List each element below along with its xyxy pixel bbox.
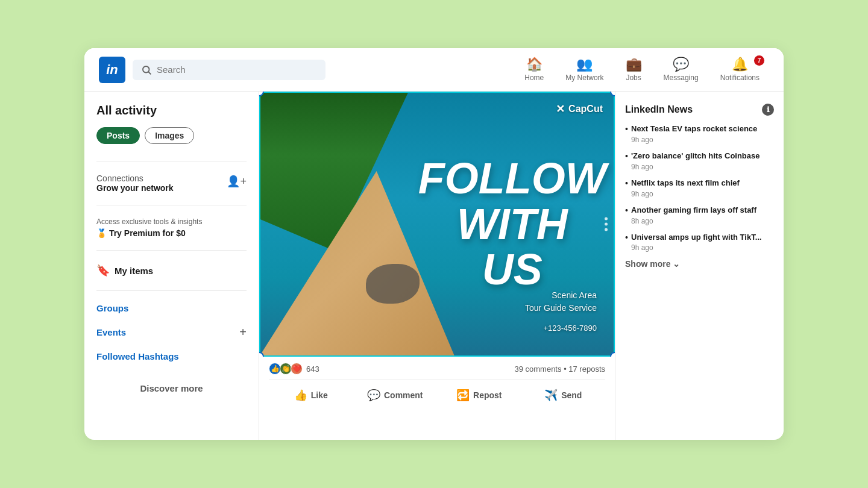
like-button[interactable]: 👍 Like	[269, 383, 353, 408]
heart-reaction: ❤️	[291, 363, 303, 375]
news-item-3-title[interactable]: Netflix taps its next film chief	[631, 178, 774, 189]
nav-item-jobs[interactable]: 💼 Jobs	[616, 53, 652, 87]
comment-icon: 💬	[367, 389, 380, 402]
nav-item-messaging[interactable]: 💬 Messaging	[654, 53, 708, 87]
linkedin-window: in 🏠 Home 👥 My Network 💼 Jobs 💬 M	[84, 48, 784, 440]
post-card: ✕ CapCut FOLLOW WITH US Scenic Area Tour…	[259, 92, 615, 410]
connections-label: Connections	[96, 174, 174, 183]
reposts-count: 17 reposts	[568, 364, 605, 374]
my-items-row[interactable]: 🔖 My items	[96, 258, 247, 283]
chevron-down-icon: ⌄	[673, 259, 680, 269]
sidebar: All activity Posts Images Connections Gr…	[84, 92, 259, 440]
main-content: All activity Posts Images Connections Gr…	[84, 92, 784, 440]
news-item-1: Next Tesla EV taps rocket science 9h ago	[625, 124, 774, 144]
comments-count: 39 comments	[514, 364, 561, 374]
nav-home-label: Home	[524, 74, 544, 82]
nav-notifications-label: Notifications	[720, 74, 760, 82]
comment-label: Comment	[384, 390, 423, 400]
news-item-2: 'Zero balance' glitch hits Coinbase 9h a…	[625, 151, 774, 171]
headline-line3: US	[418, 247, 606, 293]
rocks-element	[366, 264, 420, 304]
filter-row: Posts Images	[96, 127, 247, 144]
events-link[interactable]: Events +	[96, 321, 247, 344]
news-title: LinkedIn News	[625, 104, 693, 115]
connections-section[interactable]: Connections Grow your network 👤+	[96, 169, 247, 198]
main-nav: 🏠 Home 👥 My Network 💼 Jobs 💬 Messaging 🔔…	[515, 53, 769, 87]
capcut-logo: ✕ CapCut	[556, 102, 603, 116]
add-connection-icon[interactable]: 👤+	[227, 175, 247, 188]
groups-link[interactable]: Groups	[96, 298, 247, 318]
filter-images-button[interactable]: Images	[145, 127, 194, 144]
like-reaction: 👍	[269, 363, 281, 375]
news-item-3-time: 9h ago	[631, 190, 774, 198]
post-stats: 👍 👏 ❤️ 643 39 comments • 17 reposts	[269, 363, 605, 375]
linkedin-logo[interactable]: in	[99, 57, 125, 83]
hashtags-label: Followed Hashtags	[96, 351, 179, 361]
send-icon: ✈️	[544, 389, 558, 402]
hashtags-link[interactable]: Followed Hashtags	[96, 346, 247, 366]
post-subtitle: Scenic Area Tour Guide Service	[525, 289, 597, 314]
notifications-badge: 7	[754, 55, 764, 66]
nav-jobs-label: Jobs	[626, 74, 641, 82]
events-label: Events	[96, 327, 126, 337]
svg-line-1	[148, 72, 150, 74]
news-item-5: Universal amps up fight with TikT... 9h …	[625, 233, 774, 252]
like-icon: 👍	[294, 389, 307, 402]
premium-section: Access exclusive tools & insights 🏅 Try …	[96, 213, 247, 243]
groups-label: Groups	[96, 303, 128, 313]
search-input[interactable]	[157, 64, 317, 75]
post-headline: FOLLOW WITH US	[418, 156, 606, 293]
filter-posts-button[interactable]: Posts	[96, 127, 140, 144]
search-bar[interactable]	[133, 60, 326, 80]
jobs-icon: 💼	[626, 58, 642, 71]
reaction-icons: 👍 👏 ❤️	[269, 363, 303, 375]
nav-item-notifications[interactable]: 🔔 7 Notifications	[711, 53, 769, 87]
news-info-icon[interactable]: ℹ	[762, 104, 774, 116]
headline-line2: WITH	[418, 201, 606, 247]
nav-item-my-network[interactable]: 👥 My Network	[556, 53, 613, 87]
post-image: ✕ CapCut FOLLOW WITH US Scenic Area Tour…	[259, 92, 615, 357]
news-item-1-title[interactable]: Next Tesla EV taps rocket science	[631, 124, 774, 134]
repost-button[interactable]: 🔁 Repost	[437, 383, 521, 408]
divider-1	[96, 161, 247, 161]
my-network-icon: 👥	[576, 58, 593, 71]
news-item-2-title[interactable]: 'Zero balance' glitch hits Coinbase	[631, 151, 774, 161]
news-header: LinkedIn News ℹ	[625, 104, 774, 116]
like-label: Like	[311, 390, 328, 400]
nav-messaging-label: Messaging	[664, 74, 699, 82]
post-more-options[interactable]	[605, 217, 608, 231]
repost-icon: 🔁	[456, 389, 470, 402]
news-item-4-title[interactable]: Another gaming firm lays off staff	[631, 205, 774, 216]
news-item-4: Another gaming firm lays off staff 8h ag…	[625, 205, 774, 225]
post-phone: +123-456-7890	[543, 324, 597, 333]
capcut-icon: ✕	[556, 102, 565, 116]
show-more-button[interactable]: Show more ⌄	[625, 259, 774, 269]
reactions-row: 👍 👏 ❤️ 643	[269, 363, 319, 375]
divider-4	[96, 290, 247, 291]
news-item-1-time: 9h ago	[631, 136, 774, 144]
subtitle-line1: Scenic Area	[525, 289, 597, 302]
events-add-icon[interactable]: +	[239, 325, 247, 339]
premium-link[interactable]: 🏅 Try Premium for $0	[96, 228, 247, 238]
subtitle-line2: Tour Guide Service	[525, 302, 597, 314]
nav-item-home[interactable]: 🏠 Home	[515, 53, 553, 87]
post-footer: 👍 👏 ❤️ 643 39 comments • 17 reposts	[259, 357, 615, 410]
clap-reaction: 👏	[280, 363, 292, 375]
send-button[interactable]: ✈️ Send	[521, 383, 606, 408]
news-item-5-title[interactable]: Universal amps up fight with TikT...	[631, 233, 774, 243]
post-actions: 👍 Like 💬 Comment 🔁 Repost ✈️	[269, 380, 605, 410]
header: in 🏠 Home 👥 My Network 💼 Jobs 💬 M	[84, 48, 784, 92]
comment-button[interactable]: 💬 Comment	[353, 383, 438, 408]
right-panel: LinkedIn News ℹ Next Tesla EV taps rocke…	[615, 92, 784, 440]
messaging-icon: 💬	[673, 58, 689, 71]
home-icon: 🏠	[526, 58, 542, 71]
news-item-3: Netflix taps its next film chief 9h ago	[625, 178, 774, 198]
news-item-2-time: 9h ago	[631, 163, 774, 171]
capcut-brand-name: CapCut	[568, 104, 603, 114]
news-item-5-time: 9h ago	[631, 243, 774, 252]
reactions-count: 643	[306, 364, 319, 374]
nav-my-network-label: My Network	[565, 74, 603, 82]
discover-more[interactable]: Discover more	[96, 378, 247, 398]
sidebar-title: All activity	[96, 104, 247, 117]
repost-label: Repost	[473, 390, 502, 400]
